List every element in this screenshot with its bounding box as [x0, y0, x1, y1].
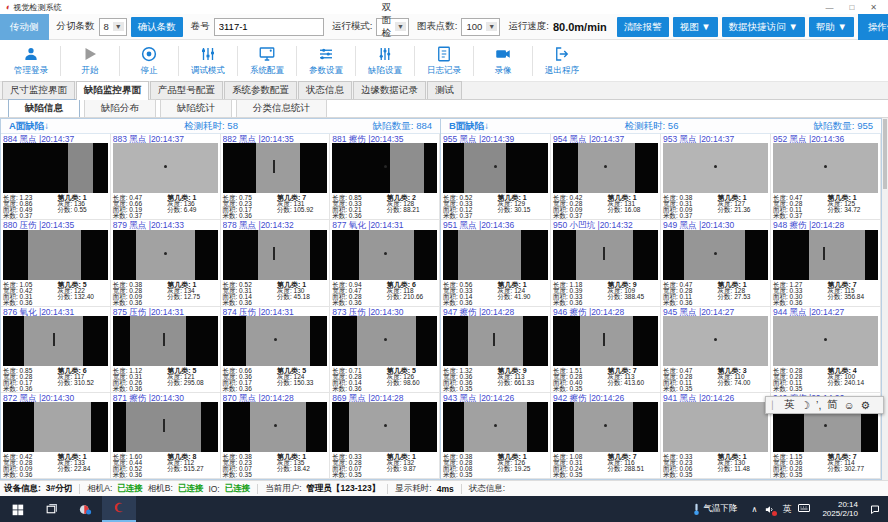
- defect-cell[interactable]: 874 压伤 |20:14:31 长度: 0.66 宽度: 0.36 面积: 0…: [221, 307, 331, 393]
- emoji-icon[interactable]: ☺: [844, 399, 855, 411]
- ime-simplified-toggle[interactable]: 简: [827, 398, 838, 412]
- defect-cell[interactable]: 946 擦伤 |20:14:28 长度: 1.51 宽度: 0.28 面积: 0…: [551, 307, 661, 393]
- action-stop-button[interactable]: 停止: [120, 45, 178, 77]
- defect-cell[interactable]: 954 黑点 |20:14:37 长度: 0.42 宽度: 0.28 面积: 0…: [551, 134, 661, 220]
- action-play-button[interactable]: 开始: [61, 45, 119, 77]
- confirm-count-button[interactable]: 确认条数: [131, 17, 183, 37]
- maintab-4[interactable]: 状态信息: [298, 81, 352, 99]
- defect-cell[interactable]: 955 黑点 |20:14:39 长度: 0.52 宽度: 0.33 面积: 0…: [441, 134, 551, 220]
- maintab-5[interactable]: 边缘数据记录: [353, 81, 426, 99]
- defect-mark: [494, 165, 497, 168]
- subtab-2[interactable]: 缺陷统计: [160, 99, 232, 117]
- action-defect-settings-button[interactable]: 缺陷设置: [356, 45, 414, 77]
- defect-cell[interactable]: 873 压伤 |20:14:30 长度: 0.71 宽度: 0.28 面积: 0…: [330, 307, 440, 393]
- slit-count-select[interactable]: 8 ▼: [99, 18, 127, 36]
- data-quick-access-menu-button[interactable]: 数据快捷访问 ▼: [722, 17, 805, 37]
- defect-cell[interactable]: 883 黑点 |20:14:37 长度: 0.47 宽度: 0.66 面积: 0…: [111, 134, 221, 220]
- defect-cell-header: 943 黑点 |20:14:26: [443, 393, 548, 402]
- action-log-button[interactable]: 日志记录: [415, 45, 473, 77]
- maintab-1[interactable]: 缺陷监控界面: [76, 81, 149, 100]
- defect-meter: 米数: 0.36: [113, 386, 167, 392]
- defect-cell[interactable]: 880 压伤 |20:14:35 长度: 1.05 宽度: 0.42 面积: 0…: [1, 220, 111, 306]
- subtab-0[interactable]: 缺陷信息: [8, 99, 80, 117]
- maintab-0[interactable]: 尺寸监控界面: [2, 81, 75, 99]
- panel-a-title[interactable]: A面缺陷↓: [9, 120, 49, 133]
- defect-cell[interactable]: 951 黑点 |20:14:36 长度: 0.56 宽度: 0.33 面积: 0…: [441, 220, 551, 306]
- run-mode-select[interactable]: 双面检测 ▼: [376, 18, 408, 36]
- ime-english-mode[interactable]: 英: [784, 398, 795, 412]
- maximize-button[interactable]: □: [849, 3, 854, 12]
- detection-app-taskbar-icon[interactable]: [102, 496, 136, 522]
- subtab-3[interactable]: 分类信息统计: [236, 99, 327, 117]
- roll-number-input[interactable]: [214, 18, 324, 36]
- maintab-3[interactable]: 系统参数配置: [224, 81, 297, 99]
- gear-icon[interactable]: ⚙: [861, 399, 870, 411]
- defect-id: 870: [223, 393, 240, 402]
- defect-cell[interactable]: 882 黑点 |20:14:35 长度: 0.75 宽度: 0.23 面积: 0…: [221, 134, 331, 220]
- defect-cell[interactable]: 941 黑点 |20:14:26 长度: 0.33 宽度: 0.23 面积: 0…: [661, 393, 771, 479]
- defect-cell[interactable]: 879 黑点 |20:14:33 长度: 0.38 宽度: 0.28 面积: 0…: [111, 220, 221, 306]
- drive-side-button[interactable]: 传动侧: [0, 14, 49, 40]
- volume-icon[interactable]: [764, 504, 775, 515]
- defect-cell[interactable]: 953 黑点 |20:14:37 长度: 0.38 宽度: 0.31 面积: 0…: [661, 134, 771, 220]
- view-menu-button[interactable]: 视图 ▼: [673, 17, 718, 37]
- minimize-button[interactable]: —: [825, 3, 833, 12]
- task-view-button[interactable]: [34, 496, 68, 522]
- defect-cell[interactable]: 943 黑点 |20:14:26 长度: 0.38 宽度: 0.28 面积: 0…: [441, 393, 551, 479]
- clear-alarm-button[interactable]: 清除报警: [617, 17, 669, 37]
- scrollbar-thumb[interactable]: [883, 119, 887, 189]
- defect-cell[interactable]: 875 压伤 |20:14:31 长度: 1.12 宽度: 0.31 面积: 0…: [111, 307, 221, 393]
- tray-expand-icon[interactable]: ∧: [752, 505, 758, 514]
- action-user-button[interactable]: 管理登录: [2, 45, 60, 77]
- start-button[interactable]: [0, 496, 34, 522]
- defect-cell[interactable]: 870 黑点 |20:14:28 长度: 0.38 宽度: 0.23 面积: 0…: [221, 393, 331, 479]
- defect-cell[interactable]: 949 黑点 |20:14:30 长度: 0.47 宽度: 0.28 面积: 0…: [661, 220, 771, 306]
- defect-cell[interactable]: 952 黑点 |20:14:36 长度: 0.47 宽度: 0.28 面积: 0…: [771, 134, 881, 220]
- pinned-app-icon[interactable]: [68, 496, 102, 522]
- divider: [79, 484, 80, 494]
- taskbar-clock[interactable]: 20:14 2025/2/10: [816, 500, 864, 518]
- defect-cell[interactable]: 877 氧化 |20:14:31 长度: 0.94 宽度: 0.47 面积: 0…: [330, 220, 440, 306]
- operator-side-button[interactable]: 操作侧: [858, 14, 888, 40]
- defect-meter: 米数: 0.35: [773, 472, 828, 478]
- defect-cell[interactable]: 884 黑点 |20:14:37 长度: 1.23 宽度: 0.86 面积: 0…: [1, 134, 111, 220]
- defect-details: 长度: 0.85 宽度: 0.28 面积: 0.17 米数: 0.36 第几类:…: [3, 366, 108, 392]
- maintab-6[interactable]: 测试: [427, 81, 462, 99]
- action-param-settings-button[interactable]: 参数设置: [297, 45, 355, 77]
- action-debug-mode-button[interactable]: 调试模式: [179, 45, 237, 77]
- ime-punctuation-toggle[interactable]: ’,: [816, 399, 821, 411]
- close-button[interactable]: ✕: [870, 3, 877, 12]
- vertical-scrollbar[interactable]: [882, 118, 888, 480]
- action-exit-button[interactable]: 退出程序: [533, 45, 591, 77]
- weather-widget[interactable]: 气温下降: [684, 503, 746, 516]
- action-center-icon[interactable]: [864, 496, 888, 522]
- defect-cell[interactable]: 872 黑点 |20:14:30 长度: 0.42 宽度: 0.28 面积: 0…: [1, 393, 111, 479]
- defect-cell[interactable]: 950 小凹坑 |20:14:32 长度: 1.18 宽度: 0.39 面积: …: [551, 220, 661, 306]
- defect-cell[interactable]: 947 擦伤 |20:14:28 长度: 1.32 宽度: 0.36 面积: 0…: [441, 307, 551, 393]
- ime-drag-handle[interactable]: ▏: [772, 401, 778, 410]
- chart-points-select[interactable]: 100 ▼: [461, 18, 500, 36]
- defect-cell[interactable]: 869 黑点 |20:14:28 长度: 0.33 宽度: 0.28 面积: 0…: [330, 393, 440, 479]
- touch-keyboard-icon[interactable]: [798, 503, 810, 515]
- defect-cell[interactable]: 876 氧化 |20:14:31 长度: 0.85 宽度: 0.28 面积: 0…: [1, 307, 111, 393]
- defect-cell[interactable]: 942 擦伤 |20:14:26 长度: 1.08 宽度: 0.31 面积: 0…: [551, 393, 661, 479]
- moon-fullhalf-icon[interactable]: ☽: [801, 399, 810, 411]
- defect-cell[interactable]: 878 黑点 |20:14:32 长度: 0.52 宽度: 0.31 面积: 0…: [221, 220, 331, 306]
- defect-cell[interactable]: 871 擦伤 |20:14:30 长度: 1.60 宽度: 0.44 面积: 0…: [111, 393, 221, 479]
- defect-metrics-left: 长度: 0.94 宽度: 0.47 面积: 0.28 米数: 0.36: [332, 282, 386, 306]
- defect-cell[interactable]: 944 黑点 |20:14:27 长度: 0.28 宽度: 0.28 面积: 0…: [771, 307, 881, 393]
- subtab-1[interactable]: 缺陷分布: [84, 99, 156, 117]
- panel-b-title[interactable]: B面缺陷↓: [449, 120, 489, 133]
- maintab-2[interactable]: 产品型号配置: [150, 81, 223, 99]
- help-menu-button[interactable]: 帮助 ▼: [809, 17, 854, 37]
- defect-cell[interactable]: 881 擦伤 |20:14:35 长度: 0.85 宽度: 0.33 面积: 0…: [330, 134, 440, 220]
- defect-cell[interactable]: 945 黑点 |20:14:27 长度: 0.47 宽度: 0.28 面积: 0…: [661, 307, 771, 393]
- action-video-camera-button[interactable]: 录像: [474, 45, 532, 77]
- defect-type: 黑点: [680, 307, 699, 316]
- action-system-config-button[interactable]: 系统配置: [238, 45, 296, 77]
- defect-metrics-left: 长度: 1.15 宽度: 0.36 面积: 0.28 米数: 0.35: [773, 454, 828, 478]
- defect-image: [3, 402, 108, 452]
- ime-language-indicator[interactable]: 英: [782, 503, 791, 516]
- defect-metrics-left: 长度: 1.12 宽度: 0.31 面积: 0.26 米数: 0.36: [113, 368, 167, 392]
- defect-cell[interactable]: 948 擦伤 |20:14:28 长度: 1.27 宽度: 0.33 面积: 0…: [771, 220, 881, 306]
